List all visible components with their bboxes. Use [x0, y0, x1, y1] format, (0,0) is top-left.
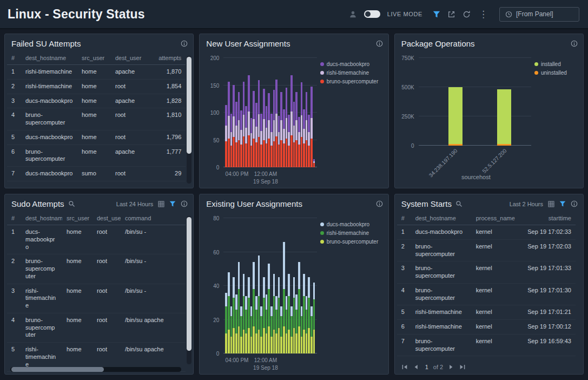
bar[interactable]: [308, 58, 310, 167]
bar[interactable]: [293, 218, 295, 353]
bar[interactable]: [258, 218, 260, 353]
bar[interactable]: [225, 58, 227, 167]
bar[interactable]: [250, 218, 253, 353]
prev-page-button[interactable]: [413, 364, 419, 370]
column-header[interactable]: #: [7, 212, 21, 225]
bar[interactable]: [283, 58, 285, 167]
table-row[interactable]: 4bruno-supercomputerhomeroot1,810: [7, 108, 186, 130]
bar[interactable]: [240, 218, 242, 353]
bar[interactable]: [248, 218, 250, 353]
search-icon[interactable]: [455, 200, 463, 207]
bar[interactable]: [233, 58, 235, 167]
bar[interactable]: [313, 218, 315, 353]
bar[interactable]: [255, 58, 257, 167]
vertical-scrollbar[interactable]: [187, 216, 191, 364]
table-row[interactable]: 2bruno-supercomputerhomeroot/bin/su -: [7, 254, 186, 284]
bar[interactable]: [253, 218, 255, 353]
bar[interactable]: [295, 58, 298, 167]
bar[interactable]: [253, 58, 255, 167]
table-row[interactable]: 3ducs-macbookprohomeapache1,828: [7, 94, 186, 108]
bar[interactable]: [310, 58, 313, 167]
results-table-icon[interactable]: [158, 201, 164, 207]
bar[interactable]: [278, 218, 280, 353]
bar[interactable]: [286, 58, 288, 167]
legend-item[interactable]: ducs-macbookpro: [320, 61, 384, 67]
bar[interactable]: [238, 218, 240, 353]
column-header[interactable]: command: [121, 212, 186, 225]
table-row[interactable]: 1ducs-macbookprokernelSep 19 17:02:33: [397, 225, 576, 240]
bar[interactable]: [245, 58, 247, 167]
bar[interactable]: [303, 218, 305, 353]
first-page-button[interactable]: [401, 364, 408, 370]
column-header[interactable]: #: [397, 212, 411, 225]
info-icon[interactable]: [376, 40, 383, 47]
column-header[interactable]: dest_user: [111, 51, 149, 65]
filter-icon[interactable]: [169, 201, 176, 207]
bar[interactable]: [290, 218, 293, 353]
table-row[interactable]: 5ducs-macbookprohomeroot1,796: [7, 130, 186, 145]
bar[interactable]: [266, 58, 268, 167]
bar[interactable]: [497, 58, 511, 146]
bar[interactable]: [448, 58, 463, 146]
bar[interactable]: [298, 58, 300, 167]
table-row[interactable]: 4bruno-supercomputerkernelSep 19 17:01:3…: [397, 283, 576, 305]
horizontal-scrollbar[interactable]: [10, 367, 181, 372]
scrollbar-thumb[interactable]: [11, 367, 104, 372]
bar[interactable]: [275, 218, 278, 353]
bar[interactable]: [275, 58, 278, 167]
bar[interactable]: [233, 218, 235, 353]
bar[interactable]: [230, 58, 233, 167]
legend-item[interactable]: installed: [534, 61, 579, 67]
column-header[interactable]: #: [7, 51, 21, 65]
existing-user-assignments-chart[interactable]: 02040608004:00 PM12:00 AM19 Sep 18: [201, 213, 319, 370]
bar[interactable]: [228, 58, 230, 167]
column-header[interactable]: dest_user: [93, 212, 121, 225]
legend-item[interactable]: uninstalled: [534, 70, 579, 76]
table-row[interactable]: 3rishi-timemachinehomeroot/bin/su -: [7, 284, 186, 313]
results-table-icon[interactable]: [548, 201, 554, 207]
bar[interactable]: [270, 218, 273, 353]
bar[interactable]: [293, 58, 295, 167]
info-icon[interactable]: [571, 200, 578, 207]
scrollbar-thumb[interactable]: [187, 217, 191, 351]
bar[interactable]: [260, 58, 262, 167]
user-icon[interactable]: [349, 10, 357, 18]
bar[interactable]: [280, 58, 282, 167]
bar[interactable]: [306, 218, 308, 353]
time-range-selector[interactable]: [From Panel]: [499, 7, 579, 22]
bar[interactable]: [306, 58, 308, 167]
table-row[interactable]: 2bruno-supercomputerkernelSep 19 17:02:0…: [397, 239, 576, 261]
column-header[interactable]: attempts: [149, 51, 186, 65]
info-icon[interactable]: [181, 40, 188, 47]
table-row[interactable]: 5rishi-timemachinekernelSep 19 17:01:21: [397, 305, 576, 320]
bar[interactable]: [273, 218, 275, 353]
table-row[interactable]: 3bruno-supercomputerkernelSep 19 17:01:3…: [397, 261, 576, 284]
bar[interactable]: [301, 218, 303, 353]
bar[interactable]: [248, 58, 250, 167]
package-operations-chart[interactable]: 0250K500K750K34.238.197.19052.5.127.200s…: [396, 53, 533, 184]
bar[interactable]: [303, 58, 305, 167]
live-mode-toggle[interactable]: [364, 10, 380, 18]
bar[interactable]: [298, 218, 300, 353]
next-page-button[interactable]: [448, 364, 454, 370]
legend-item[interactable]: ducs-macbookpro: [320, 221, 384, 227]
bar[interactable]: [270, 58, 273, 167]
bar[interactable]: [240, 58, 242, 167]
filter-icon[interactable]: [433, 11, 440, 18]
table-row[interactable]: 2rishi-timemachinehomeroot1,854: [7, 79, 186, 94]
bar[interactable]: [273, 58, 275, 167]
bar[interactable]: [280, 218, 282, 353]
bar[interactable]: [255, 218, 257, 353]
bar[interactable]: [228, 218, 230, 353]
bar[interactable]: [308, 218, 310, 353]
bar[interactable]: [243, 218, 245, 353]
legend-item[interactable]: bruno-supercomputer: [320, 78, 384, 84]
bar[interactable]: [290, 58, 293, 167]
table-row[interactable]: 7bruno-supercomputerkernelSep 19 16:59:4…: [397, 334, 576, 356]
table-row[interactable]: 6rishi-timemachinekernelSep 19 17:00:12: [397, 320, 576, 335]
bar[interactable]: [288, 58, 290, 167]
vertical-scrollbar[interactable]: [187, 56, 191, 184]
share-icon[interactable]: [447, 10, 455, 18]
bar[interactable]: [230, 218, 233, 353]
bar[interactable]: [245, 218, 247, 353]
